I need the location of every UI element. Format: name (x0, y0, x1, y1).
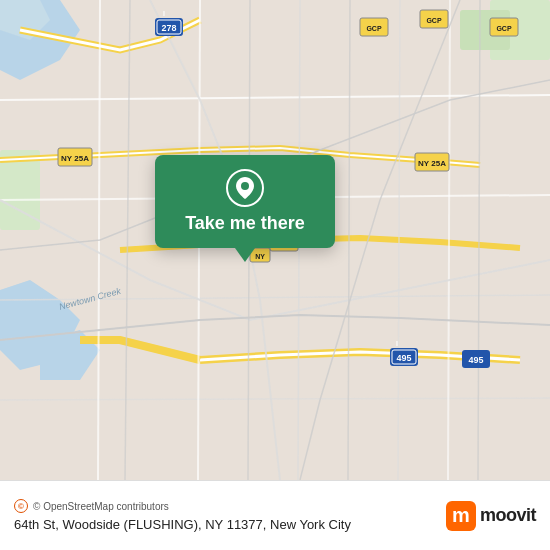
svg-text:GCP: GCP (496, 25, 512, 32)
svg-text:495: 495 (468, 355, 483, 365)
svg-text:GCP: GCP (366, 25, 382, 32)
location-pin-icon (226, 169, 264, 207)
address-text: 64th St, Woodside (FLUSHING), NY 11377, … (14, 517, 351, 532)
credit-text: © OpenStreetMap contributors (33, 501, 169, 512)
take-me-there-button-label: Take me there (185, 213, 305, 234)
svg-point-30 (241, 182, 249, 190)
openstreetmap-logo-icon: © (14, 499, 28, 513)
moovit-wordmark: moovit (480, 505, 536, 526)
svg-text:NY: NY (255, 253, 265, 260)
svg-text:GCP: GCP (426, 17, 442, 24)
svg-text:NY 25A: NY 25A (61, 154, 89, 163)
openstreetmap-credit: © © OpenStreetMap contributors (14, 499, 351, 513)
tooltip-button[interactable]: Take me there (155, 155, 335, 248)
svg-text:278: 278 (161, 23, 176, 33)
info-left: © © OpenStreetMap contributors 64th St, … (14, 499, 351, 532)
svg-text:I: I (163, 10, 165, 17)
info-bar: © © OpenStreetMap contributors 64th St, … (0, 480, 550, 550)
map-container: 278 I NY 25A NY 25A NY 25 GCP GCP GCP 49… (0, 0, 550, 480)
moovit-m-icon: m (446, 501, 476, 531)
svg-text:I: I (396, 340, 398, 347)
moovit-logo: m moovit (446, 501, 536, 531)
svg-text:495: 495 (396, 353, 411, 363)
svg-text:NY 25A: NY 25A (418, 159, 446, 168)
moovit-branding: m moovit (446, 501, 536, 531)
